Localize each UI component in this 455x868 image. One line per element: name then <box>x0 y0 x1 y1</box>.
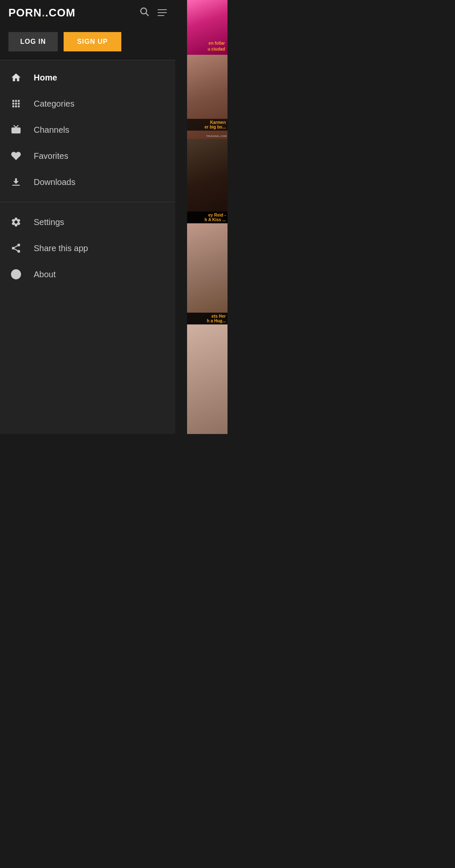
sidebar: PORN..COM <box>0 0 175 434</box>
svg-point-3 <box>17 244 20 246</box>
thumb2-text2: er big bo... <box>189 125 226 129</box>
menu-icon[interactable] <box>158 9 167 16</box>
nav-primary: Home Categories Channels <box>0 60 175 199</box>
logo-com: .COM <box>45 6 75 19</box>
sidebar-item-share-label: Share this app <box>34 244 88 253</box>
nav-secondary: Settings Share this app <box>0 205 175 292</box>
signup-button[interactable]: SIGN UP <box>64 32 121 51</box>
watermark: TRUEANAL.COM <box>206 135 227 137</box>
svg-line-7 <box>14 246 17 247</box>
thumb4-text2: h a Hug... <box>189 319 226 323</box>
sidebar-item-home-label: Home <box>34 73 57 83</box>
logo: PORN..COM <box>8 6 75 19</box>
info-icon <box>10 269 22 280</box>
thumb2-text1: Karmen <box>189 120 226 125</box>
sidebar-item-favorites[interactable]: Favorites <box>0 143 175 169</box>
gear-icon <box>10 217 22 228</box>
login-button[interactable]: LOG IN <box>8 32 58 51</box>
sidebar-item-categories[interactable]: Categories <box>0 91 175 117</box>
svg-rect-2 <box>11 128 21 134</box>
sidebar-item-settings[interactable]: Settings <box>0 209 175 235</box>
sidebar-item-channels[interactable]: Channels <box>0 117 175 143</box>
download-icon <box>10 177 22 188</box>
svg-line-1 <box>146 13 148 16</box>
svg-line-6 <box>14 249 17 251</box>
sidebar-item-settings-label: Settings <box>34 217 64 227</box>
sidebar-item-about[interactable]: About <box>0 261 175 287</box>
divider-bottom <box>0 202 175 202</box>
sidebar-item-share[interactable]: Share this app <box>0 235 175 261</box>
thumb3-text2: h A Kiss ... <box>189 217 226 222</box>
grid-icon <box>10 98 22 109</box>
thumb1-text1: en follar <box>209 40 225 46</box>
heart-icon <box>10 150 22 161</box>
sidebar-item-downloads[interactable]: Downloads <box>0 169 175 195</box>
home-icon <box>10 72 22 83</box>
svg-point-4 <box>12 247 15 250</box>
share-icon <box>10 243 22 254</box>
auth-buttons: LOG IN SIGN UP <box>0 25 175 60</box>
sidebar-item-favorites-label: Favorites <box>34 151 68 161</box>
logo-porn: PORN <box>8 6 42 19</box>
sidebar-item-categories-label: Categories <box>34 99 75 109</box>
sidebar-item-downloads-label: Downloads <box>34 177 75 187</box>
svg-point-5 <box>17 250 20 253</box>
thumb3-text1: ey Reid - <box>189 213 226 217</box>
tv-icon <box>10 124 22 135</box>
thumb1-text2: u ciudad <box>208 46 225 52</box>
sidebar-item-home[interactable]: Home <box>0 64 175 91</box>
search-icon[interactable] <box>139 6 149 19</box>
sidebar-item-channels-label: Channels <box>34 125 70 135</box>
logo-text: PORN..COM <box>8 6 75 19</box>
sidebar-item-about-label: About <box>34 270 56 279</box>
thumb4-text1: ets Her <box>189 314 226 319</box>
svg-point-0 <box>141 8 147 14</box>
